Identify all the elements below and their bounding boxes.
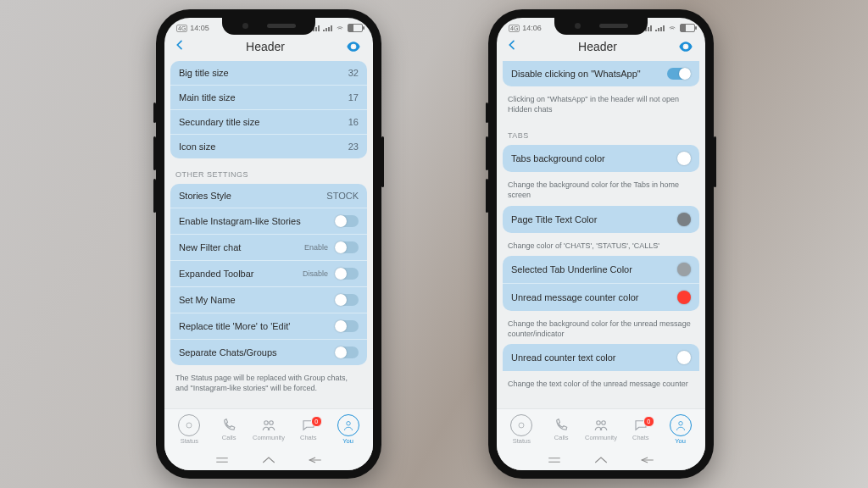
toggle-set-my-name[interactable]	[335, 294, 359, 306]
row-disable-clicking-whatsapp[interactable]: Disable clicking on "WhatsApp"	[503, 61, 699, 86]
toggle-new-filter[interactable]	[335, 241, 359, 253]
row-page-title-text-color[interactable]: Page Title Text Color	[503, 206, 699, 233]
android-navbar	[497, 450, 705, 470]
phone-icon	[554, 418, 569, 433]
svg-point-2	[264, 421, 269, 425]
phone-right: 4G 14:06 Header	[488, 9, 714, 479]
toggle-disable-clicking[interactable]	[667, 68, 691, 80]
disable-click-card: Disable clicking on "WhatsApp"	[503, 61, 699, 86]
home-icon[interactable]	[261, 455, 276, 465]
recents-icon[interactable]	[214, 455, 230, 465]
bottom-tabbar: Status Calls Community 0 Chats You	[164, 408, 373, 450]
battery-icon	[348, 24, 363, 32]
page-title-color-card: Page Title Text Color	[503, 206, 699, 233]
toggle-expanded-toolbar[interactable]	[335, 268, 359, 280]
page-title: Header	[578, 40, 617, 53]
signal-icon	[323, 25, 332, 31]
row-tabs-background-color[interactable]: Tabs background color	[503, 145, 699, 172]
section-tabs: TABS	[508, 131, 696, 140]
section-other-settings: OTHER SETTINGS	[175, 170, 364, 179]
color-swatch-white[interactable]	[677, 152, 691, 165]
other-settings-hint: The Status page will be replaced with Gr…	[170, 370, 367, 398]
disable-click-hint: Clicking on "WhatsApp" in the header wil…	[503, 92, 699, 119]
row-new-filter-chat[interactable]: New Filter chat Enable	[170, 234, 367, 260]
battery-icon	[680, 24, 695, 32]
svg-point-10	[597, 421, 601, 425]
tab-community[interactable]: Community	[250, 418, 287, 441]
tab-community[interactable]: Community	[582, 418, 620, 441]
community-icon	[261, 418, 276, 433]
back-button[interactable]	[505, 38, 519, 55]
status-icon	[510, 414, 532, 436]
unread-text-color-hint: Change the text color of the unread mess…	[503, 376, 699, 389]
row-replace-title[interactable]: Replace title 'More' to 'Edit'	[170, 313, 367, 339]
tabs-bg-hint: Change the background color for the Tabs…	[503, 177, 699, 205]
svg-point-12	[678, 422, 682, 426]
page-title: Header	[246, 40, 285, 53]
row-instagram-stories[interactable]: Enable Instagram-like Stories	[170, 208, 367, 234]
unread-badge: 0	[311, 416, 322, 427]
row-separate-chats-groups[interactable]: Separate Chats/Groups	[170, 339, 367, 365]
row-unread-message-counter-color[interactable]: Unread message counter color	[503, 283, 699, 311]
toggle-replace-title[interactable]	[335, 320, 359, 332]
back-icon[interactable]	[640, 455, 655, 465]
tab-you[interactable]: You	[662, 414, 699, 445]
wifi-icon	[668, 24, 676, 32]
svg-point-11	[602, 421, 606, 425]
color-swatch-red[interactable]	[677, 291, 691, 304]
home-icon[interactable]	[593, 455, 609, 465]
tab-chats[interactable]: 0 Chats	[290, 418, 327, 441]
visibility-icon[interactable]	[344, 37, 363, 56]
recents-icon[interactable]	[547, 455, 562, 465]
row-expanded-toolbar[interactable]: Expanded Toolbar Disable	[170, 260, 367, 286]
svg-point-0	[352, 45, 354, 47]
android-navbar	[164, 450, 373, 470]
unread-badge: 0	[643, 416, 654, 427]
bottom-tabbar: Status Calls Community 0 Chats You	[497, 408, 705, 450]
tab-status[interactable]: Status	[170, 414, 208, 445]
sizes-card: Big title size 32 Main title size 17 Sec…	[170, 61, 367, 158]
row-stories-style[interactable]: Stories Style STOCK	[170, 184, 367, 208]
tab-status[interactable]: Status	[503, 414, 540, 445]
row-icon-size[interactable]: Icon size 23	[170, 134, 367, 158]
back-button[interactable]	[173, 38, 186, 55]
tab-calls[interactable]: Calls	[542, 418, 580, 441]
status-icon	[178, 414, 200, 436]
color-swatch-white2[interactable]	[677, 351, 691, 364]
svg-point-1	[186, 423, 192, 428]
svg-point-4	[346, 422, 350, 426]
row-main-title-size[interactable]: Main title size 17	[170, 85, 367, 109]
user-icon	[337, 414, 359, 436]
toggle-separate-chats[interactable]	[335, 347, 359, 358]
phone-left: 4G 14:05 Header	[156, 9, 381, 479]
visibility-icon[interactable]	[676, 37, 695, 56]
page-title-color-hint: Change color of 'CHATS', 'STATUS', 'CALL…	[503, 238, 699, 256]
row-set-my-name[interactable]: Set My Name	[170, 286, 367, 313]
community-icon	[593, 418, 609, 433]
phone-icon	[221, 418, 236, 433]
wifi-icon	[336, 24, 344, 32]
back-icon[interactable]	[308, 455, 323, 465]
svg-point-3	[270, 421, 274, 425]
tab-calls[interactable]: Calls	[210, 418, 248, 441]
row-unread-counter-text-color[interactable]: Unread counter text color	[503, 344, 699, 371]
color-swatch-gray[interactable]	[677, 213, 691, 226]
svg-point-9	[519, 423, 524, 428]
status-time: 14:05	[190, 24, 209, 32]
unread-color-hint: Change the background color for the unre…	[503, 316, 699, 344]
tab-colors-card: Selected Tab Underline Color Unread mess…	[503, 256, 699, 311]
row-secondary-title-size[interactable]: Secundary title size 16	[170, 109, 367, 134]
row-big-title-size[interactable]: Big title size 32	[170, 61, 367, 85]
user-icon	[670, 414, 692, 436]
other-settings-card: Stories Style STOCK Enable Instagram-lik…	[170, 184, 367, 365]
svg-point-8	[684, 45, 687, 47]
signal-icon	[655, 25, 665, 31]
status-time: 14:06	[522, 24, 542, 32]
tab-you[interactable]: You	[330, 414, 367, 445]
unread-text-color-card: Unread counter text color	[503, 344, 699, 371]
tab-chats[interactable]: 0 Chats	[622, 418, 659, 441]
tabs-bg-card: Tabs background color	[503, 145, 699, 172]
color-swatch-gray2[interactable]	[677, 263, 691, 276]
row-selected-tab-underline-color[interactable]: Selected Tab Underline Color	[503, 256, 699, 283]
toggle-instagram-stories[interactable]	[335, 215, 359, 227]
